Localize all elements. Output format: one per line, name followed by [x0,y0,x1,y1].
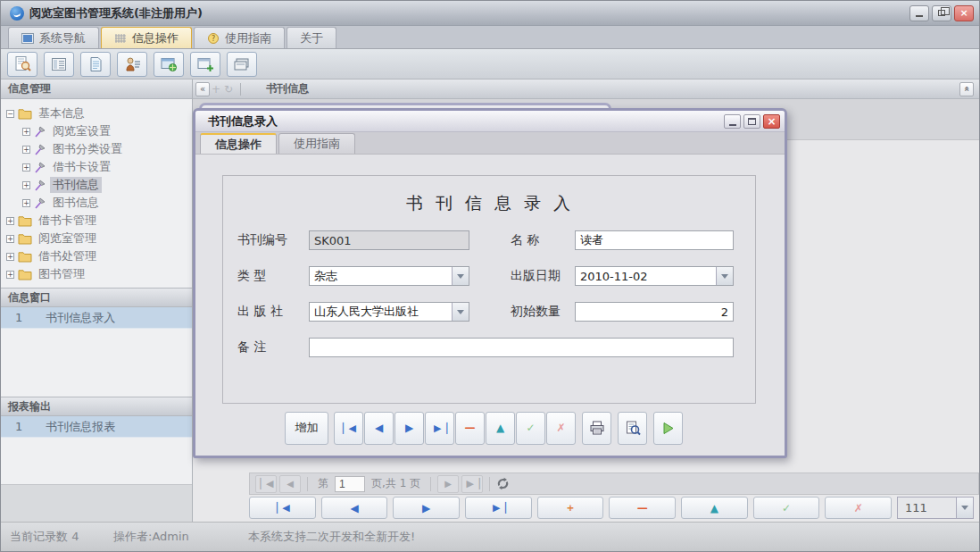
edit-record-button[interactable]: ▲ [486,412,515,445]
list-item-book-info-report[interactable]: 1 书刊信息报表 [1,416,192,438]
add-tab-button[interactable]: + [210,82,222,96]
record-first-button[interactable]: ▏◀ [249,497,316,519]
record-delete-button[interactable]: — [609,497,676,519]
tree-item-basic-info[interactable]: − 基本信息 [1,105,192,122]
delete-record-button[interactable]: — [455,412,485,445]
nav-next-button[interactable]: ▶ [394,412,424,445]
list-button[interactable] [44,52,74,77]
record-prev-button[interactable]: ◀ [321,497,388,519]
cross-icon: ✗ [556,422,565,434]
dialog-maximize-button[interactable] [743,114,760,129]
collapse-expander-icon[interactable]: + [6,235,14,243]
dialog-tab-info-operation[interactable]: 信息操作 [200,133,277,154]
last-page-button[interactable]: ▶▕ [461,475,483,493]
collapse-expander-icon[interactable]: + [22,163,30,171]
publisher-combo[interactable]: 山东人民大学出版社 [309,302,469,322]
restore-button[interactable] [932,5,951,21]
restore-icon [938,10,945,16]
chevron-down-icon [721,274,728,279]
list-item-book-info-entry[interactable]: 1 书刊信息录入 [1,307,192,329]
collapse-expander-icon[interactable]: + [6,271,14,279]
tree-item-library-card-mgmt[interactable]: + 借书卡管理 [1,212,192,230]
tab-info-operation[interactable]: 信息操作 [101,27,192,48]
dropdown-button[interactable] [452,303,469,321]
record-confirm-button[interactable]: ✓ [753,497,820,519]
user-icon [123,56,141,72]
user-button[interactable] [117,52,147,77]
tree-item-book-info[interactable]: + 书刊信息 [1,176,192,194]
collapse-expander-icon[interactable]: + [22,199,30,207]
prev-record-icon: ◀ [350,502,358,514]
cancel-button[interactable]: ✗ [546,412,576,445]
collapse-expander-icon[interactable]: + [22,128,30,136]
tree-item-book-mgmt[interactable]: + 图书管理 [1,265,192,283]
dropdown-button[interactable] [452,267,469,285]
name-field[interactable] [575,230,734,250]
tab-about[interactable]: 关于 [287,27,336,48]
record-next-button[interactable]: ▶ [393,497,460,519]
dropdown-button[interactable] [956,498,973,518]
page-prefix: 第 [318,476,328,491]
dialog-title-bar[interactable]: 书刊信息录入 × [195,111,785,132]
nav-last-button[interactable]: ▶▕ [425,412,454,445]
chevron-left-double-icon: « [200,84,205,94]
collapse-expander-icon[interactable]: − [6,110,14,118]
close-button[interactable]: × [954,5,974,21]
refresh-tab-button[interactable]: ↻ [222,82,235,96]
book-no-field[interactable] [309,230,469,250]
first-page-button[interactable]: ▏◀ [255,475,277,493]
dropdown-button[interactable] [716,267,733,285]
remark-field[interactable] [309,338,734,357]
record-cancel-button[interactable]: ✗ [825,497,892,519]
tool-icon [34,180,46,191]
collapse-panel-button[interactable]: « [959,82,974,96]
confirm-button[interactable]: ✓ [516,412,545,445]
triangle-up-icon: ▲ [496,422,504,434]
app-logo-icon [10,6,24,21]
type-combo[interactable]: 杂志 [309,266,469,286]
qty-field[interactable] [575,302,734,322]
tree-item-library-card-setup[interactable]: + 借书卡设置 [1,158,192,176]
tree-item-reading-room-setup[interactable]: + 阅览室设置 [1,122,192,140]
minimize-button[interactable] [909,5,929,21]
plus-icon: + [212,83,220,96]
page-number-input[interactable] [335,476,365,492]
tree-item-reading-room-mgmt[interactable]: + 阅览室管理 [1,230,192,247]
window-globe-button[interactable] [154,52,184,77]
search-button[interactable] [7,52,37,77]
nav-first-button[interactable]: ▏◀ [334,412,363,445]
dialog-tab-usage-guide[interactable]: 使用指南 [278,133,355,154]
record-edit-button[interactable]: ▲ [681,497,748,519]
window-title: 阅览室图书管理系统(非注册用户) [29,5,203,21]
nav-prev-button[interactable]: ◀ [364,412,394,445]
collapse-expander-icon[interactable]: + [6,217,14,225]
record-last-button[interactable]: ▶▕ [465,497,532,519]
collapse-expander-icon[interactable]: + [22,181,30,189]
collapse-expander-icon[interactable]: + [22,146,30,154]
tree-item-lending-office-mgmt[interactable]: + 借书处管理 [1,247,192,265]
document-button[interactable] [80,52,111,77]
record-add-button[interactable]: ＋ [537,497,604,519]
next-page-button[interactable]: ▶ [437,475,459,493]
forms-button[interactable] [227,52,257,77]
tab-usage-guide[interactable]: ? 使用指南 [194,27,285,48]
pub-date-combo[interactable]: 2010-11-02 [575,266,734,286]
preview-button[interactable] [618,412,647,445]
navigator-icon [21,33,34,44]
section-header-report-output: 报表输出 [1,397,192,416]
window-add-button[interactable] [190,52,220,77]
print-button[interactable] [582,412,611,445]
prev-page-button[interactable]: ◀ [279,475,301,493]
dialog-minimize-button[interactable] [724,114,741,129]
collapse-sidebar-button[interactable]: « [195,82,210,96]
dialog-close-button[interactable]: × [763,114,780,129]
record-count-combo[interactable]: 111 [897,497,974,519]
tree-item-book-detail-info[interactable]: + 图书信息 [1,194,192,212]
tree-item-book-category-setup[interactable]: + 图书分类设置 [1,140,192,158]
collapse-expander-icon[interactable]: + [6,253,14,261]
tab-system-navigation[interactable]: 系统导航 [8,27,99,48]
refresh-grid-button[interactable] [496,477,510,490]
execute-button[interactable] [653,412,683,445]
minus-icon: — [465,422,476,434]
add-record-button[interactable]: 增加 [285,412,328,445]
